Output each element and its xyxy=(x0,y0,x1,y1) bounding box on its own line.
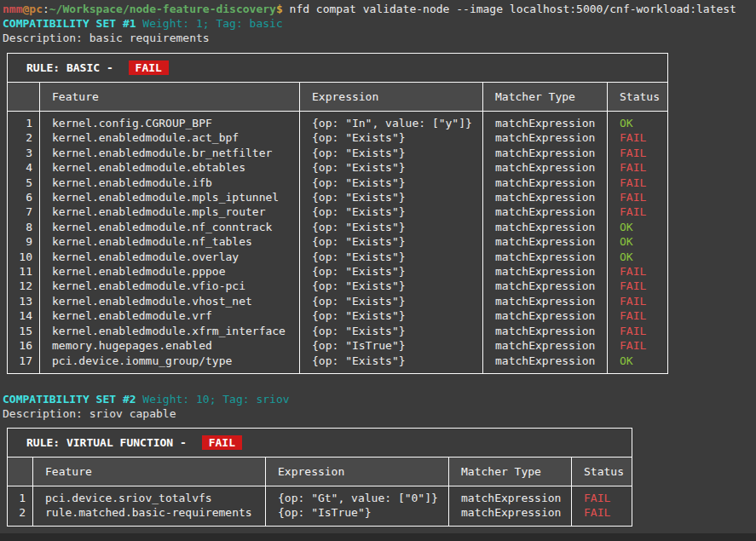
terminal-prompt-line: nmm@pc:~/Workspace/node-feature-discover… xyxy=(3,2,756,16)
matcher-type-cell: matchExpression xyxy=(483,146,608,160)
status-cell: FAIL xyxy=(572,486,632,505)
expression-cell: {op: "Exists"} xyxy=(300,294,483,308)
row-number: 4 xyxy=(8,160,40,175)
matcher-type-cell: matchExpression xyxy=(483,204,608,219)
status-cell: FAIL xyxy=(608,308,668,323)
expression-cell: {op: "Exists"} xyxy=(300,220,483,234)
feature-cell: kernel.enabledmodule.nf_tables xyxy=(40,234,300,249)
matcher-type-cell: matchExpression xyxy=(483,130,608,145)
feature-cell: kernel.enabledmodule.ebtables xyxy=(40,160,300,175)
terminal-window[interactable]: nmm@pc:~/Workspace/node-feature-discover… xyxy=(0,0,756,541)
status-cell: OK xyxy=(608,250,668,264)
expression-cell: {op: "Exists"} xyxy=(300,234,483,249)
status-cell: OK xyxy=(608,354,668,374)
status-cell: FAIL xyxy=(608,146,668,160)
row-number: 11 xyxy=(8,264,40,279)
status-cell: FAIL xyxy=(572,505,632,526)
compat-set-1-title-line: COMPATIBILITY SET #1 Weight: 1; Tag: bas… xyxy=(3,16,756,31)
table-row: 11kernel.enabledmodule.pppoe{op: "Exists… xyxy=(8,264,668,279)
row-number: 12 xyxy=(8,279,40,293)
matcher-type-cell: matchExpression xyxy=(483,264,608,279)
status-cell: FAIL xyxy=(608,190,668,204)
rule-header-row: RULE: BASIC - FAIL xyxy=(8,54,668,83)
table-row: 1kernel.config.CGROUP_BPF{op: "In", valu… xyxy=(8,112,668,131)
feature-cell: kernel.enabledmodule.mpls_iptunnel xyxy=(40,190,300,204)
row-number: 3 xyxy=(8,146,40,160)
expression-cell: {op: "Exists"} xyxy=(300,176,483,190)
expression-cell: {op: "Exists"} xyxy=(300,354,483,374)
matcher-type-cell: matchExpression xyxy=(483,308,608,323)
rule-status-badge: FAIL xyxy=(202,435,242,450)
row-number: 1 xyxy=(8,486,33,505)
expression-cell: {op: "Exists"} xyxy=(300,190,483,204)
matcher-type-cell: matchExpression xyxy=(483,190,608,204)
status-cell: FAIL xyxy=(608,130,668,145)
table-row: 12kernel.enabledmodule.vfio-pci{op: "Exi… xyxy=(8,279,668,293)
table-row: 13kernel.enabledmodule.vhost_net{op: "Ex… xyxy=(8,294,668,308)
matcher-type-cell: matchExpression xyxy=(483,338,608,353)
column-header-matcher-type: Matcher Type xyxy=(449,457,572,486)
table-row: 5kernel.enabledmodule.ifb{op: "Exists"}m… xyxy=(8,176,668,190)
prompt-host: pc xyxy=(29,3,43,15)
row-number: 2 xyxy=(8,505,33,526)
expression-cell: {op: "Exists"} xyxy=(300,204,483,219)
matcher-type-cell: matchExpression xyxy=(483,354,608,374)
prompt-symbol: $ xyxy=(276,3,283,15)
row-number: 10 xyxy=(8,250,40,264)
expression-cell: {op: "Exists"} xyxy=(300,279,483,293)
rule-header: RULE: BASIC - FAIL xyxy=(8,54,668,83)
compat-set-title: COMPATIBILITY SET #1 xyxy=(3,17,136,30)
rule-header-row: RULE: VIRTUAL FUNCTION - FAIL xyxy=(8,428,632,457)
status-cell: FAIL xyxy=(608,338,668,353)
expression-cell: {op: "Exists"} xyxy=(300,250,483,264)
row-number: 9 xyxy=(8,234,40,249)
table-row: 3kernel.enabledmodule.br_netfilter{op: "… xyxy=(8,146,668,160)
table-row: 8kernel.enabledmodule.nf_conntrack{op: "… xyxy=(8,220,668,234)
rule-status-badge: FAIL xyxy=(129,60,169,75)
rule-header: RULE: VIRTUAL FUNCTION - FAIL xyxy=(8,428,632,457)
compat-set-title: COMPATIBILITY SET #2 xyxy=(3,393,136,406)
expression-cell: {op: "Exists"} xyxy=(300,146,483,160)
status-cell: FAIL xyxy=(608,294,668,308)
row-number: 14 xyxy=(8,308,40,323)
column-header-expression: Expression xyxy=(300,83,483,112)
expression-cell: {op: "In", value: ["y"]} xyxy=(300,112,483,131)
column-header-index xyxy=(8,457,33,486)
status-cell: OK xyxy=(608,220,668,234)
feature-cell: kernel.enabledmodule.nf_conntrack xyxy=(40,220,300,234)
table-row: 10kernel.enabledmodule.overlay{op: "Exis… xyxy=(8,250,668,264)
row-number: 13 xyxy=(8,294,40,308)
table-row: 4kernel.enabledmodule.ebtables{op: "Exis… xyxy=(8,160,668,175)
column-header-index xyxy=(8,83,40,112)
feature-cell: kernel.enabledmodule.vhost_net xyxy=(40,294,300,308)
expression-cell: {op: "Exists"} xyxy=(300,308,483,323)
expression-cell: {op: "Exists"} xyxy=(300,130,483,145)
feature-cell: kernel.enabledmodule.xfrm_interface xyxy=(40,324,300,338)
column-header-matcher-type: Matcher Type xyxy=(483,83,608,112)
table-row: 17pci.device.iommu_group/type{op: "Exist… xyxy=(8,354,668,374)
row-number: 7 xyxy=(8,204,40,219)
column-header-expression: Expression xyxy=(266,457,449,486)
terminal-command: nfd compat validate-node --image localho… xyxy=(283,3,736,15)
feature-cell: kernel.config.CGROUP_BPF xyxy=(40,112,300,131)
status-cell: OK xyxy=(608,112,668,131)
compat-set-1: COMPATIBILITY SET #1 Weight: 1; Tag: bas… xyxy=(3,16,756,374)
table-row: 15kernel.enabledmodule.xfrm_interface{op… xyxy=(8,324,668,338)
expression-cell: {op: "Exists"} xyxy=(300,324,483,338)
status-cell: FAIL xyxy=(608,279,668,293)
expression-cell: {op: "Exists"} xyxy=(300,264,483,279)
column-header-feature: Feature xyxy=(40,83,300,112)
table-row: 2kernel.enabledmodule.act_bpf{op: "Exist… xyxy=(8,130,668,145)
matcher-type-cell: matchExpression xyxy=(483,324,608,338)
expression-cell: {op: "IsTrue"} xyxy=(300,338,483,353)
feature-cell: kernel.enabledmodule.pppoe xyxy=(40,264,300,279)
compat-set-2-title-line: COMPATIBILITY SET #2 Weight: 10; Tag: sr… xyxy=(3,392,756,406)
matcher-type-cell: matchExpression xyxy=(483,112,608,131)
expression-cell: {op: "Gt", value: ["0"]} xyxy=(266,486,449,505)
compat-set-meta: Weight: 1; Tag: basic xyxy=(136,17,283,30)
row-number: 8 xyxy=(8,220,40,234)
matcher-type-cell: matchExpression xyxy=(483,279,608,293)
table-row: 1pci.device.sriov_totalvfs{op: "Gt", val… xyxy=(8,486,632,505)
status-cell: FAIL xyxy=(608,264,668,279)
table-row: 9kernel.enabledmodule.nf_tables{op: "Exi… xyxy=(8,234,668,249)
